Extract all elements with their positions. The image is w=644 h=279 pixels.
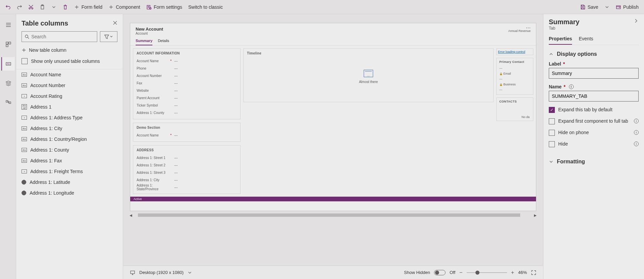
- rail-components[interactable]: [1, 38, 15, 51]
- lock-icon: [499, 83, 503, 86]
- form-field-row[interactable]: Account Name * ---: [137, 57, 237, 65]
- form-field-row[interactable]: Account Name * ---: [137, 131, 237, 139]
- show-unused-checkbox[interactable]: [22, 58, 28, 64]
- section-primary-contact[interactable]: Primary Contact --- Email --- Business -…: [496, 58, 533, 95]
- section-demo[interactable]: Demo Section Account Name * ---: [133, 123, 241, 142]
- column-item[interactable]: ≡ Address 1: Freight Terms: [16, 166, 123, 177]
- column-item[interactable]: Abcdef Address 1: [16, 102, 123, 112]
- rp-tab-events[interactable]: Events: [579, 36, 593, 45]
- fit-to-screen-icon[interactable]: [531, 270, 536, 275]
- column-item[interactable]: Abc Address 1: Country/Region: [16, 134, 123, 145]
- rail-hamburger[interactable]: [1, 18, 15, 32]
- form-field-row[interactable]: Address 1: County ---: [137, 109, 237, 116]
- zoom-in-button[interactable]: +: [511, 270, 514, 276]
- hide-label: Hide: [558, 141, 568, 147]
- show-hidden-toggle[interactable]: [434, 270, 445, 275]
- svg-point-14: [25, 35, 28, 38]
- delete-button[interactable]: [60, 2, 71, 12]
- name-input[interactable]: [549, 91, 639, 102]
- form-tab-details[interactable]: Details: [158, 39, 169, 45]
- hide-phone-checkbox[interactable]: [549, 130, 555, 136]
- search-input[interactable]: [31, 34, 94, 39]
- search-box[interactable]: [22, 31, 97, 42]
- undo-button[interactable]: [3, 2, 13, 12]
- info-icon[interactable]: i: [634, 130, 639, 135]
- rp-expand-icon[interactable]: [633, 18, 639, 25]
- form-field-row[interactable]: Address 1: Street 3 ---: [137, 169, 237, 176]
- cut-button[interactable]: [26, 2, 36, 12]
- form-field-row[interactable]: Account Number ---: [137, 72, 237, 79]
- form-settings-button[interactable]: Form settings: [144, 2, 185, 12]
- display-options-header[interactable]: Display options: [549, 51, 639, 57]
- rail-layers[interactable]: [1, 77, 15, 90]
- hide-checkbox[interactable]: [549, 141, 555, 147]
- info-icon[interactable]: i: [634, 119, 639, 123]
- expand-first-checkbox[interactable]: [549, 118, 555, 124]
- zoom-slider[interactable]: [467, 272, 507, 273]
- info-icon[interactable]: i: [634, 142, 639, 146]
- paste-more-button[interactable]: [48, 2, 59, 12]
- expand-default-checkbox[interactable]: [549, 107, 555, 113]
- form-tab-summary[interactable]: Summary: [136, 39, 152, 45]
- form-field-row[interactable]: Address 1: Street 2 ---: [137, 161, 237, 169]
- section-address[interactable]: ADDRESS Address 1: Street 1 --- Address …: [133, 145, 241, 194]
- column-item[interactable]: ≡ Address 1: Address Type: [16, 112, 123, 123]
- device-label[interactable]: Desktop (1920 x 1080): [139, 270, 184, 275]
- form-field-row[interactable]: Address 1: City ---: [137, 176, 237, 184]
- column-item[interactable]: Abc Address 1: Fax: [16, 155, 123, 166]
- paste-button[interactable]: [37, 2, 48, 12]
- form-field-row[interactable]: Phone ---: [137, 65, 237, 72]
- publish-button[interactable]: Publish: [613, 2, 641, 12]
- email-label: Email: [503, 72, 511, 75]
- zoom-out-button[interactable]: −: [459, 270, 462, 276]
- error-loading-control[interactable]: Error loading control: [496, 48, 533, 55]
- form-field-row[interactable]: Address 1: State/Province ---: [137, 184, 237, 191]
- redo-button[interactable]: [14, 2, 25, 12]
- rail-tree[interactable]: [1, 96, 15, 110]
- scrollbar-thumb[interactable]: [138, 213, 520, 217]
- label-input[interactable]: [549, 68, 639, 79]
- add-form-field-button[interactable]: Form field: [71, 2, 105, 12]
- formatting-header[interactable]: Formatting: [549, 159, 639, 165]
- column-list[interactable]: Abc Account Name Abc Account Number ≡ Ac…: [16, 69, 123, 275]
- switch-classic-button[interactable]: Switch to classic: [185, 2, 225, 12]
- save-button[interactable]: Save: [577, 2, 601, 12]
- column-item[interactable]: Address 1: Longitude: [16, 188, 123, 198]
- column-item[interactable]: Abc Account Name: [16, 69, 123, 80]
- column-item[interactable]: Abc Address 1: City: [16, 123, 123, 134]
- form-field-row[interactable]: Fax ---: [137, 79, 237, 87]
- expand-first-label: Expand first component to full tab: [558, 118, 628, 124]
- form-field-row[interactable]: Website ---: [137, 87, 237, 94]
- column-item[interactable]: ≡ Account Rating: [16, 91, 123, 102]
- column-label: Address 1: City: [30, 126, 62, 131]
- header-more-icon[interactable]: ⋯: [508, 27, 531, 29]
- field-label: Parent Account: [137, 96, 170, 100]
- field-label: Address 1: County: [137, 111, 170, 115]
- device-chevron-icon[interactable]: [188, 271, 192, 275]
- field-value: ---: [174, 104, 237, 107]
- rail-columns[interactable]: Abc: [1, 57, 15, 71]
- save-more-button[interactable]: [602, 2, 612, 12]
- add-component-button[interactable]: Component: [106, 2, 143, 12]
- column-item[interactable]: Abc Address 1: County: [16, 145, 123, 155]
- panel-close-button[interactable]: [113, 21, 117, 26]
- form-field-row[interactable]: Ticker Symbol ---: [137, 102, 237, 109]
- scroll-left-icon[interactable]: ◀: [129, 212, 133, 218]
- info-icon[interactable]: i: [569, 84, 574, 89]
- form-field-row[interactable]: Address 1: Street 1 ---: [137, 154, 237, 161]
- rp-tab-properties[interactable]: Properties: [549, 36, 572, 45]
- scroll-right-icon[interactable]: ▶: [533, 212, 538, 218]
- section-contacts[interactable]: CONTACTS No da: [496, 97, 533, 121]
- toggle-off-label: Off: [450, 270, 455, 275]
- canvas-horizontal-scrollbar[interactable]: ◀ ▶: [130, 212, 536, 218]
- field-label: Address 1: Street 3: [137, 171, 170, 174]
- filter-button[interactable]: [100, 31, 117, 42]
- section-timeline[interactable]: Timeline Almost there: [243, 48, 494, 102]
- column-item[interactable]: Address 1: Latitude: [16, 177, 123, 188]
- form-surface[interactable]: New Account Account ⋯ Annual Revenue Sum…: [130, 23, 536, 211]
- new-table-column-button[interactable]: New table column: [16, 45, 123, 55]
- form-field-row[interactable]: Parent Account ---: [137, 94, 237, 102]
- column-item[interactable]: Abc Account Number: [16, 80, 123, 91]
- properties-panel: Summary Tab Properties Events Display op…: [543, 14, 644, 279]
- section-account-info[interactable]: ACCOUNT INFORMATION Account Name * --- P…: [133, 48, 241, 119]
